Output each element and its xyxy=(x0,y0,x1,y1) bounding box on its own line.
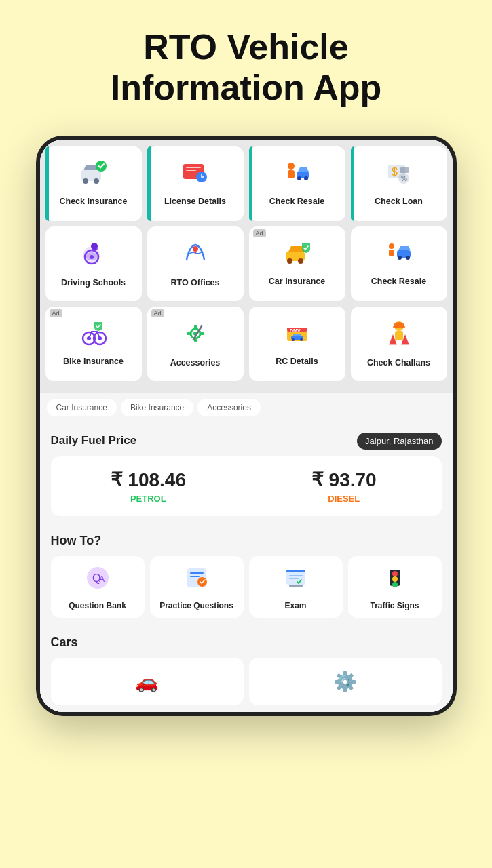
diesel-price: ₹ 93.70 xyxy=(253,469,435,491)
svg-rect-67 xyxy=(286,570,305,572)
cars-section: Cars 🚗 ⚙️ xyxy=(40,625,453,712)
accessories-cell[interactable]: Ad xyxy=(147,307,244,381)
svg-rect-63 xyxy=(190,572,204,574)
car-insurance-cell[interactable]: Ad Car Insurance xyxy=(249,226,345,301)
check-insurance-cell[interactable]: Check Insurance xyxy=(45,146,142,221)
svg-point-21 xyxy=(90,255,94,259)
petrol-item: ₹ 108.46 PETROL xyxy=(51,456,247,516)
check-resale2-label: Check Resale xyxy=(371,276,426,287)
check-resale-icon xyxy=(283,161,311,191)
diesel-item: ₹ 93.70 DIESEL xyxy=(246,456,442,516)
svg-point-26 xyxy=(287,258,292,264)
svg-rect-29 xyxy=(389,250,394,256)
svg-point-27 xyxy=(298,258,303,264)
traffic-signs-card[interactable]: Traffic Signs xyxy=(348,556,442,618)
check-challans-label: Check Challans xyxy=(367,357,430,368)
check-loan-cell[interactable]: $ % Check Loan xyxy=(351,146,447,221)
bike-insurance-cell[interactable]: Ad Bike Insurance xyxy=(45,307,142,381)
svg-rect-68 xyxy=(289,575,303,576)
svg-rect-49 xyxy=(293,334,301,336)
grid-row-2: Driving Schools RTO Offices Ad xyxy=(45,226,447,301)
svg-rect-9 xyxy=(288,170,295,178)
check-resale-cell[interactable]: Check Resale xyxy=(249,146,345,221)
traffic-signs-label: Traffic Signs xyxy=(370,601,419,612)
petrol-label: PETROL xyxy=(58,494,240,504)
svg-point-24 xyxy=(193,246,198,252)
svg-rect-47 xyxy=(287,328,307,329)
svg-rect-58 xyxy=(400,344,410,346)
svg-point-12 xyxy=(304,176,308,180)
svg-text:$: $ xyxy=(392,166,398,178)
question-bank-label: Question Bank xyxy=(69,601,126,612)
svg-text:%: % xyxy=(401,175,407,182)
svg-point-51 xyxy=(300,338,303,341)
check-challans-cell[interactable]: Check Challans xyxy=(351,307,447,381)
exam-card[interactable]: Exam xyxy=(249,556,343,618)
petrol-price: ₹ 108.46 xyxy=(58,469,240,491)
svg-point-11 xyxy=(297,176,301,180)
check-resale2-icon xyxy=(385,241,413,271)
svg-point-8 xyxy=(288,163,295,170)
ad-badge-accessories: Ad xyxy=(151,309,164,317)
rto-offices-label: RTO Offices xyxy=(170,277,219,288)
chip-car-insurance[interactable]: Car Insurance xyxy=(47,399,117,416)
svg-rect-39 xyxy=(194,325,197,329)
svg-rect-53 xyxy=(393,326,405,328)
scroll-chips-row: Car Insurance Bike Insurance Accessories xyxy=(40,393,453,422)
car-insurance-icon xyxy=(283,241,311,271)
fuel-location[interactable]: Jaipur, Rajasthan xyxy=(357,433,441,450)
svg-rect-56 xyxy=(388,344,398,346)
phone-mockup: Check Insurance License Details xyxy=(36,136,457,717)
rc-details-label: RC Details xyxy=(276,356,318,367)
svg-point-2 xyxy=(94,178,99,184)
cars-row: 🚗 ⚙️ xyxy=(51,658,442,705)
svg-rect-69 xyxy=(289,578,299,579)
howto-section: How To? Q A Question Bank xyxy=(40,523,453,625)
car-insurance-label: Car Insurance xyxy=(269,276,325,287)
traffic-signs-icon xyxy=(383,566,407,595)
driving-schools-label: Driving Schools xyxy=(61,277,126,288)
check-challans-icon xyxy=(385,319,413,352)
exam-label: Exam xyxy=(284,601,306,612)
rto-offices-icon xyxy=(181,239,210,272)
howto-title: How To? xyxy=(51,534,442,548)
rc-details-icon: DMV xyxy=(283,321,311,351)
license-details-cell[interactable]: License Details xyxy=(147,146,244,221)
rc-details-cell[interactable]: DMV RC Details xyxy=(249,307,345,381)
check-insurance-icon xyxy=(79,161,108,191)
svg-point-1 xyxy=(83,178,88,184)
svg-point-74 xyxy=(392,576,398,582)
chip-bike-insurance[interactable]: Bike Insurance xyxy=(121,399,193,416)
diesel-label: DIESEL xyxy=(253,494,435,504)
svg-rect-23 xyxy=(93,249,97,250)
ad-badge-car-insurance: Ad xyxy=(253,229,266,237)
fuel-card: ₹ 108.46 PETROL ₹ 93.70 DIESEL xyxy=(51,456,442,516)
car-icon-2: ⚙️ xyxy=(333,671,357,693)
howto-grid: Q A Question Bank xyxy=(51,556,442,618)
driving-schools-cell[interactable]: Driving Schools xyxy=(45,226,142,301)
car-item-1[interactable]: 🚗 xyxy=(51,658,244,705)
chip-accessories[interactable]: Accessories xyxy=(197,399,261,416)
svg-text:A: A xyxy=(99,574,105,584)
cars-title: Cars xyxy=(51,635,442,650)
bike-insurance-icon xyxy=(79,321,108,351)
driving-schools-icon xyxy=(79,239,108,272)
exam-icon xyxy=(284,566,308,595)
grid-row-1: Check Insurance License Details xyxy=(45,146,447,221)
accessories-label: Accessories xyxy=(170,357,221,368)
rto-offices-cell[interactable]: RTO Offices xyxy=(147,226,244,301)
car-icon-1: 🚗 xyxy=(135,671,159,693)
check-loan-label: Check Loan xyxy=(375,196,423,207)
practice-questions-card[interactable]: Practice Questions xyxy=(150,556,244,618)
grid-row-3: Ad Bike Insurance xyxy=(45,307,447,381)
fuel-title: Daily Fuel Price xyxy=(51,434,137,448)
question-bank-icon: Q A xyxy=(86,566,110,595)
practice-questions-label: Practice Questions xyxy=(159,601,233,612)
car-item-2[interactable]: ⚙️ xyxy=(249,658,442,705)
question-bank-card[interactable]: Q A Question Bank xyxy=(51,556,145,618)
svg-text:DMV: DMV xyxy=(290,328,301,333)
fuel-section: Daily Fuel Price Jaipur, Rajasthan ₹ 108… xyxy=(40,422,453,523)
svg-rect-70 xyxy=(289,585,303,587)
accessories-icon xyxy=(181,319,210,352)
check-resale2-cell[interactable]: Check Resale xyxy=(351,226,447,301)
